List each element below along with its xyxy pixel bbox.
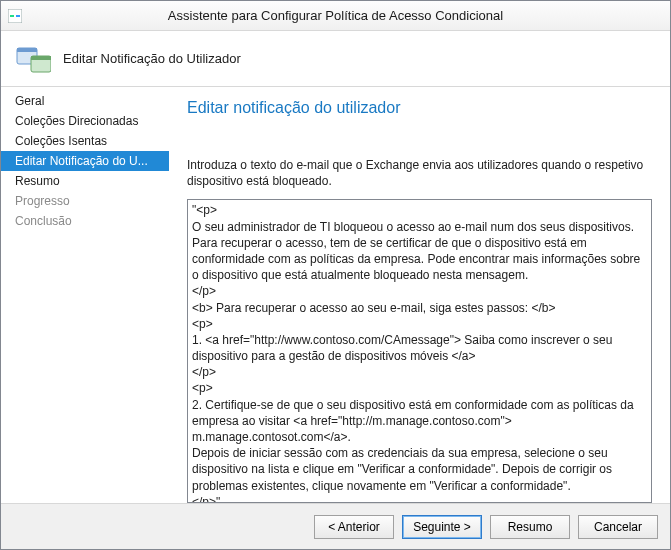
wizard-icon <box>13 40 51 78</box>
next-button[interactable]: Seguinte > <box>402 515 482 539</box>
wizard-steps-sidebar: Geral Coleções Direcionadas Coleções Ise… <box>1 87 169 503</box>
summary-button[interactable]: Resumo <box>490 515 570 539</box>
page-instruction: Introduza o texto do e-mail que o Exchan… <box>187 157 652 189</box>
wizard-main: Editar notificação do utilizador Introdu… <box>169 87 670 503</box>
page-heading: Editar notificação do utilizador <box>187 99 652 117</box>
wizard-footer: < Anterior Seguinte > Resumo Cancelar <box>1 503 670 549</box>
cancel-button[interactable]: Cancelar <box>578 515 658 539</box>
sidebar-item-progress: Progresso <box>1 191 169 211</box>
sidebar-item-edit-notification[interactable]: Editar Notificação do U... <box>1 151 169 171</box>
svg-rect-6 <box>31 56 51 60</box>
svg-rect-2 <box>16 15 20 17</box>
svg-rect-4 <box>17 48 37 52</box>
wizard-step-title: Editar Notificação do Utilizador <box>63 51 241 66</box>
sidebar-item-exempt-collections[interactable]: Coleções Isentas <box>1 131 169 151</box>
notification-text-input[interactable] <box>187 199 652 503</box>
previous-button[interactable]: < Anterior <box>314 515 394 539</box>
svg-rect-1 <box>10 15 14 17</box>
sidebar-item-general[interactable]: Geral <box>1 91 169 111</box>
app-icon <box>7 8 23 24</box>
sidebar-item-targeted-collections[interactable]: Coleções Direcionadas <box>1 111 169 131</box>
sidebar-item-completion: Conclusão <box>1 211 169 231</box>
sidebar-item-summary[interactable]: Resumo <box>1 171 169 191</box>
titlebar: Assistente para Configurar Política de A… <box>1 1 670 31</box>
wizard-header: Editar Notificação do Utilizador <box>1 31 670 87</box>
window-title: Assistente para Configurar Política de A… <box>1 8 670 23</box>
wizard-body: Geral Coleções Direcionadas Coleções Ise… <box>1 87 670 503</box>
